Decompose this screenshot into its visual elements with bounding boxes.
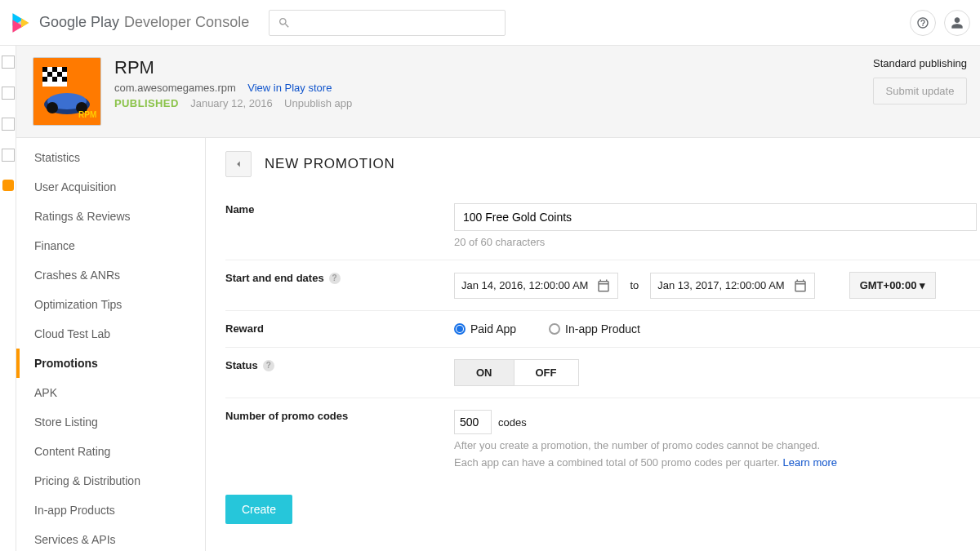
help-button[interactable] <box>910 10 936 36</box>
name-label: Name <box>225 203 454 216</box>
help-icon <box>916 16 929 29</box>
svg-rect-7 <box>52 67 57 72</box>
reward-iap-radio[interactable]: In-app Product <box>549 322 640 335</box>
sidebar-item-services-apis[interactable]: Services & APIs <box>16 525 205 551</box>
publishing-mode: Standard publishing <box>873 57 967 69</box>
rail-icon-active[interactable] <box>2 180 14 191</box>
svg-point-16 <box>47 102 58 113</box>
reward-paid-app-radio[interactable]: Paid App <box>454 322 516 335</box>
sidebar-item-in-app-products[interactable]: In-app Products <box>16 495 205 525</box>
publish-date: January 12, 2016 <box>190 97 272 109</box>
google-play-logo-icon <box>10 11 33 34</box>
sidebar-item-promotions[interactable]: Promotions <box>16 349 205 378</box>
svg-marker-3 <box>21 18 29 28</box>
header-right <box>910 10 970 36</box>
status-off-button[interactable]: OFF <box>514 359 579 386</box>
create-button[interactable]: Create <box>225 495 292 524</box>
help-icon[interactable]: ? <box>263 360 274 371</box>
reward-paid-label: Paid App <box>470 322 516 335</box>
end-date-picker[interactable]: Jan 13, 2017, 12:00:00 AM <box>650 273 814 299</box>
package-id: com.awesomegames.rpm <box>114 82 236 94</box>
svg-rect-13 <box>62 77 67 82</box>
sidebar-item-apk[interactable]: APK <box>16 378 205 407</box>
search-box[interactable] <box>269 10 506 36</box>
calendar-icon <box>596 278 611 293</box>
search-icon <box>278 16 291 29</box>
account-button[interactable] <box>944 10 970 36</box>
start-date-picker[interactable]: Jan 14, 2016, 12:00:00 AM <box>454 273 618 299</box>
page-title: NEW PROMOTION <box>265 156 395 172</box>
status-on-button[interactable]: ON <box>454 359 514 386</box>
svg-rect-6 <box>42 67 47 72</box>
brand-bold: Google Play <box>39 14 119 31</box>
timezone-value: GMT+00:00 ▾ <box>860 279 925 291</box>
promotion-form: NEW PROMOTION Name 20 of 60 characters S… <box>206 138 980 551</box>
start-date-value: Jan 14, 2016, 12:00:00 AM <box>461 279 588 291</box>
reward-iap-label: In-app Product <box>565 322 640 335</box>
svg-text:RPM: RPM <box>78 110 96 119</box>
help-icon[interactable]: ? <box>329 273 341 284</box>
rail-icon[interactable] <box>2 56 15 69</box>
sidebar-item-statistics[interactable]: Statistics <box>16 143 205 172</box>
brand-light: Developer Console <box>124 14 249 31</box>
sidebar-item-user-acquisition[interactable]: User Acquisition <box>16 172 205 202</box>
sidebar-item-content-rating[interactable]: Content Rating <box>16 437 205 466</box>
svg-rect-10 <box>57 72 62 77</box>
learn-more-link[interactable]: Learn more <box>783 456 837 469</box>
sidebar-item-crashes-anrs[interactable]: Crashes & ANRs <box>16 260 205 290</box>
sidebar-item-finance[interactable]: Finance <box>16 231 205 260</box>
app-name: RPM <box>114 57 352 78</box>
status-toggle: ON OFF <box>454 359 980 386</box>
codes-hint-2: Each app can have a combined total of 50… <box>454 456 783 469</box>
band-right: Standard publishing Submit update <box>873 57 967 104</box>
end-date-value: Jan 13, 2017, 12:00:00 AM <box>657 279 784 291</box>
app-meta: RPM com.awesomegames.rpm View in Play st… <box>114 57 352 109</box>
sidebar-item-cloud-test-lab[interactable]: Cloud Test Lab <box>16 319 205 349</box>
chevron-left-icon <box>233 158 244 170</box>
section-sidebar: StatisticsUser AcquisitionRatings & Revi… <box>16 138 206 551</box>
codes-label: Number of promo codes <box>225 410 454 422</box>
calendar-icon <box>793 278 808 293</box>
svg-rect-11 <box>42 77 47 82</box>
sidebar-item-store-listing[interactable]: Store Listing <box>16 407 205 437</box>
publish-status: PUBLISHED <box>114 97 179 109</box>
svg-rect-12 <box>52 77 57 82</box>
search-input[interactable] <box>297 16 497 29</box>
status-label: Status <box>225 359 258 371</box>
back-button[interactable] <box>225 151 252 177</box>
app-rail <box>0 46 16 551</box>
codes-suffix: codes <box>498 416 527 429</box>
rail-icon[interactable] <box>2 149 15 162</box>
codes-hint-1: After you create a promotion, the number… <box>454 439 980 451</box>
sidebar-item-ratings-reviews[interactable]: Ratings & Reviews <box>16 202 205 231</box>
sidebar-item-optimization-tips[interactable]: Optimization Tips <box>16 290 205 319</box>
promotion-name-input[interactable] <box>454 203 977 231</box>
sidebar-item-pricing-distribution[interactable]: Pricing & Distribution <box>16 466 205 495</box>
promo-codes-input[interactable] <box>454 410 492 434</box>
name-char-count: 20 of 60 characters <box>454 236 980 248</box>
dates-label: Start and end dates <box>225 272 324 284</box>
app-icon: RPM <box>33 57 101 126</box>
svg-rect-9 <box>47 72 52 77</box>
submit-update-button[interactable]: Submit update <box>873 78 967 104</box>
reward-label: Reward <box>225 322 454 335</box>
unpublish-link[interactable]: Unpublish app <box>284 97 352 109</box>
console-title: Google Play Developer Console <box>39 14 249 31</box>
top-header: Google Play Developer Console <box>0 0 980 46</box>
svg-rect-8 <box>62 67 67 72</box>
rail-icon[interactable] <box>2 118 15 131</box>
to-label: to <box>630 279 639 291</box>
rail-icon[interactable] <box>2 87 15 100</box>
timezone-select[interactable]: GMT+00:00 ▾ <box>849 272 936 299</box>
account-icon <box>951 16 964 29</box>
app-summary-band: RPM RPM com.awesomegames.rpm View in Pla… <box>16 46 980 138</box>
view-in-store-link[interactable]: View in Play store <box>247 82 332 94</box>
